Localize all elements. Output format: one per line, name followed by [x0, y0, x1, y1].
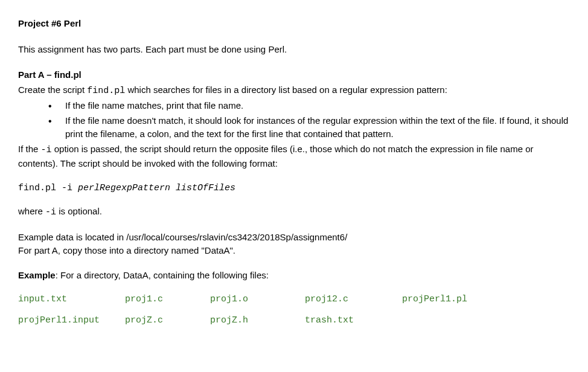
project-title: Project #6 Perl [18, 17, 570, 31]
where-line: where -i is optional. [18, 205, 570, 220]
file-name: proj1.c [125, 293, 205, 307]
example-rest: : For a directory, DataA, containing the… [56, 270, 269, 280]
file-name: trash.txt [305, 314, 397, 328]
file-name: proj1.o [210, 293, 299, 307]
file-name: projPerl1.input [18, 314, 120, 328]
bullet-item: If the file name doesn't match, it shoul… [48, 114, 570, 141]
example-heading: Example: For a directory, DataA, contain… [18, 269, 570, 283]
opt-code: -i [41, 145, 52, 155]
file-row: projPerl1.input projZ.c projZ.h trash.tx… [18, 314, 570, 328]
file-name: projZ.h [210, 314, 299, 328]
example-copy: For part A, copy those into a directory … [18, 244, 570, 258]
opt-text-2: option is passed, the script should retu… [18, 144, 533, 169]
option-line: If the -i option is passed, the script s… [18, 143, 570, 171]
file-name: proj12.c [305, 293, 397, 307]
file-name: input.txt [18, 293, 120, 307]
create-line: Create the script find.pl which searches… [18, 83, 570, 98]
invoke-cmd: find.pl -i [18, 183, 78, 193]
create-text-2: which searches for files in a directory … [125, 85, 447, 95]
where-code: -i [45, 207, 56, 217]
create-text-1: Create the script [18, 85, 87, 95]
invoke-command: find.pl -i perlRegexpPattern listOfFiles [18, 182, 570, 196]
file-row: input.txt proj1.c proj1.o proj12.c projP… [18, 293, 570, 307]
create-code: find.pl [87, 86, 125, 96]
example-location: Example data is located in /usr/local/co… [18, 231, 570, 245]
where-1: where [18, 206, 45, 216]
where-2: is optional. [56, 206, 102, 216]
file-name: projPerl1.pl [402, 293, 467, 307]
bullet-list: If the file name matches, print that fil… [18, 99, 570, 141]
invoke-args: perlRegexpPattern listOfFiles [78, 183, 235, 193]
example-bold: Example [18, 270, 56, 280]
opt-text-1: If the [18, 144, 41, 154]
file-listing: input.txt proj1.c proj1.o proj12.c projP… [18, 293, 570, 327]
file-name: projZ.c [125, 314, 205, 328]
intro-text: This assignment has two parts. Each part… [18, 43, 570, 57]
bullet-item: If the file name matches, print that fil… [48, 99, 570, 113]
part-a-heading: Part A – find.pl [18, 68, 570, 82]
